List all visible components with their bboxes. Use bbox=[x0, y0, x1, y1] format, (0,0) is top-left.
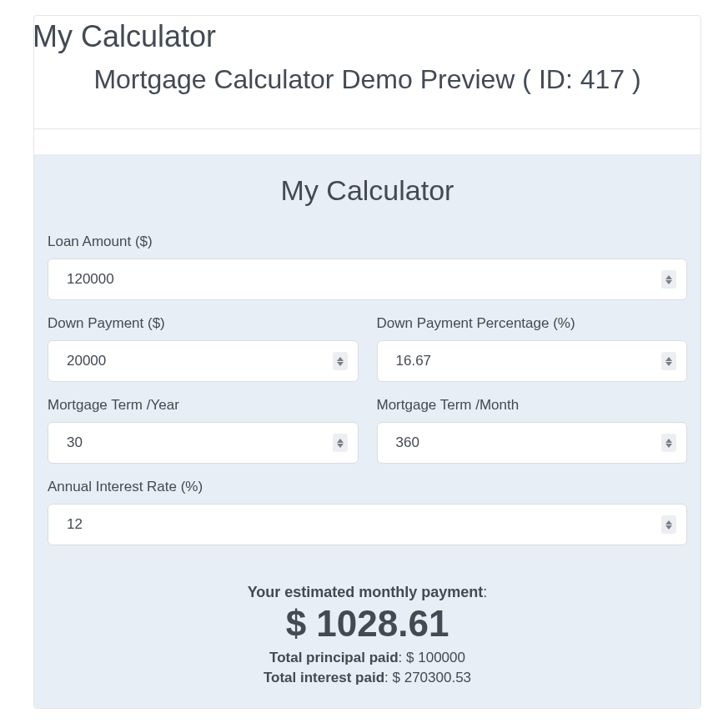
stepper-icon[interactable] bbox=[661, 352, 676, 370]
principal-line: Total principal paid: $ 100000 bbox=[34, 650, 700, 666]
input-wrap-term-year[interactable] bbox=[48, 422, 359, 464]
label-term-month: Mortgage Term /Month bbox=[377, 397, 688, 414]
label-loan-amount: Loan Amount ($) bbox=[48, 233, 687, 250]
input-annual-rate[interactable] bbox=[67, 516, 653, 533]
input-down-payment-pct[interactable] bbox=[396, 353, 654, 369]
field-term-month: Mortgage Term /Month bbox=[377, 397, 688, 464]
estimated-colon: : bbox=[483, 584, 487, 600]
input-wrap-down-payment[interactable] bbox=[48, 340, 359, 382]
field-down-payment-pct: Down Payment Percentage (%) bbox=[377, 315, 688, 382]
stepper-icon[interactable] bbox=[661, 515, 676, 534]
results-block: Your estimated monthly payment: $ 1028.6… bbox=[34, 560, 700, 708]
form-area: Loan Amount ($) Down Payment ($) bbox=[34, 233, 700, 560]
label-annual-rate: Annual Interest Rate (%) bbox=[48, 479, 687, 495]
interest-value: : $ 270300.53 bbox=[384, 670, 471, 685]
stepper-icon[interactable] bbox=[661, 434, 676, 452]
calculator-panel: My Calculator Loan Amount ($) Dow bbox=[34, 154, 700, 708]
input-wrap-down-payment-pct[interactable] bbox=[377, 340, 688, 382]
input-wrap-loan-amount[interactable] bbox=[48, 259, 687, 300]
principal-label: Total principal paid bbox=[269, 650, 399, 665]
field-term-year: Mortgage Term /Year bbox=[48, 397, 359, 464]
label-down-payment: Down Payment ($) bbox=[48, 315, 359, 332]
estimated-label: Your estimated monthly payment bbox=[248, 584, 484, 600]
input-wrap-term-month[interactable] bbox=[377, 422, 688, 464]
monthly-payment: $ 1028.61 bbox=[34, 603, 700, 645]
label-term-year: Mortgage Term /Year bbox=[48, 397, 359, 414]
interest-label: Total interest paid bbox=[264, 670, 384, 685]
page-title: My Calculator bbox=[33, 16, 700, 54]
estimated-label-line: Your estimated monthly payment: bbox=[34, 584, 700, 601]
calculator-title: My Calculator bbox=[34, 163, 700, 233]
input-term-month[interactable] bbox=[396, 434, 654, 451]
stepper-icon[interactable] bbox=[333, 352, 348, 370]
input-wrap-annual-rate[interactable] bbox=[48, 504, 687, 545]
principal-value: : $ 100000 bbox=[399, 650, 465, 665]
input-loan-amount[interactable] bbox=[67, 271, 653, 288]
label-down-payment-pct: Down Payment Percentage (%) bbox=[377, 315, 688, 332]
stepper-icon[interactable] bbox=[661, 270, 676, 289]
input-term-year[interactable] bbox=[67, 434, 324, 451]
field-annual-rate: Annual Interest Rate (%) bbox=[48, 479, 687, 545]
page-subtitle: Mortgage Calculator Demo Preview ( ID: 4… bbox=[34, 64, 700, 95]
input-down-payment[interactable] bbox=[67, 353, 324, 369]
stepper-icon[interactable] bbox=[333, 434, 348, 452]
calculator-card: My Calculator Mortgage Calculator Demo P… bbox=[33, 15, 701, 709]
interest-line: Total interest paid: $ 270300.53 bbox=[34, 670, 700, 686]
card-header: My Calculator Mortgage Calculator Demo P… bbox=[34, 16, 700, 129]
field-down-payment: Down Payment ($) bbox=[48, 315, 359, 382]
field-loan-amount: Loan Amount ($) bbox=[48, 233, 687, 300]
